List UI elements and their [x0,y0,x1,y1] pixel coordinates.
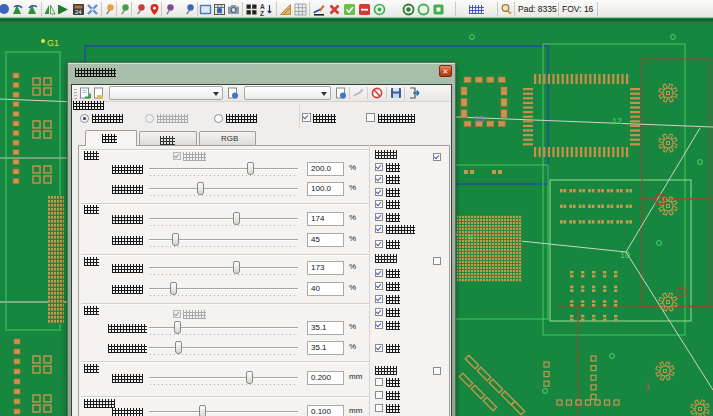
svg-text:Z: Z [260,10,264,17]
svg-text:24: 24 [75,9,82,15]
svg-text:12: 12 [612,116,622,126]
svg-text:13: 13 [474,114,484,124]
svg-text:G1: G1 [47,38,59,48]
svg-text:9: 9 [468,233,473,243]
svg-text:10: 10 [620,250,630,260]
svg-text:1: 1 [645,381,650,391]
